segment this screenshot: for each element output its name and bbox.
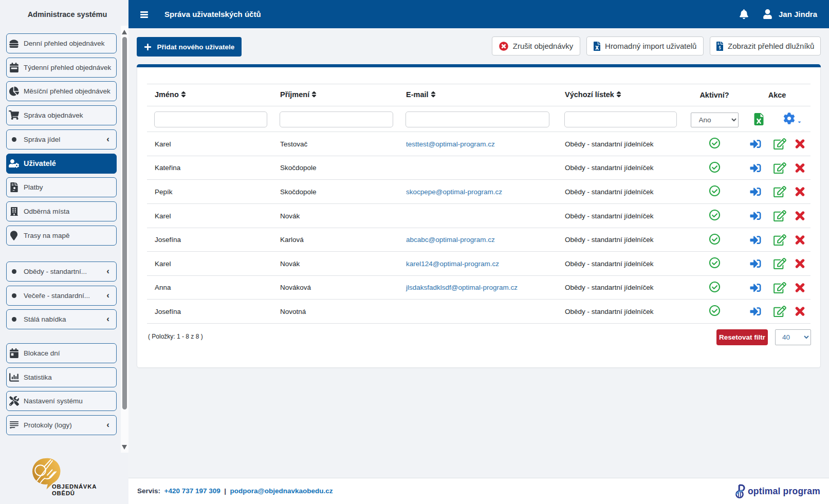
svg-text:OBJEDNÁVKA: OBJEDNÁVKA <box>52 483 97 490</box>
svg-text:OBĚDŮ: OBĚDŮ <box>52 490 75 496</box>
